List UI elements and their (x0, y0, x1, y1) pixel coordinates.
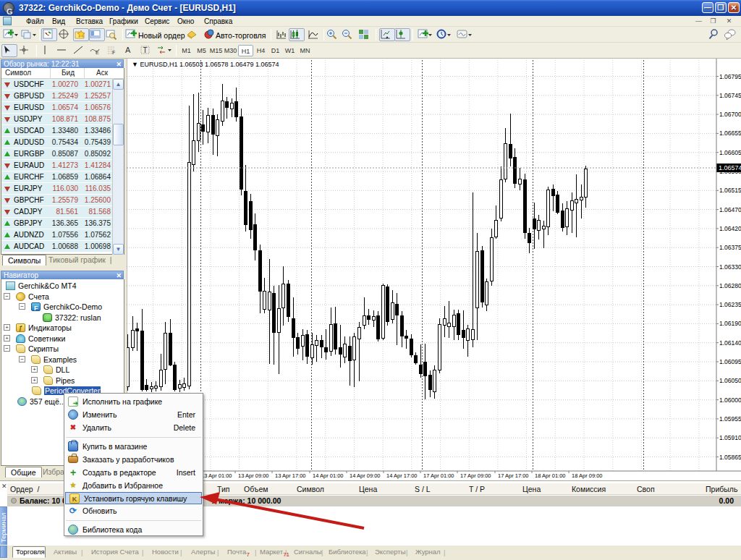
svg-text:1.06050: 1.06050 (719, 377, 741, 384)
svg-text:1.06470: 1.06470 (719, 206, 741, 213)
svg-text:A: A (125, 46, 131, 54)
svg-text:1.06375: 1.06375 (719, 244, 741, 251)
svg-text:1.06795: 1.06795 (719, 73, 741, 80)
svg-text:1.06700: 1.06700 (719, 111, 741, 118)
svg-text:1.06515: 1.06515 (719, 187, 741, 194)
svg-text:13 Apr 09:00: 13 Apr 09:00 (238, 472, 269, 479)
svg-text:1.06235: 1.06235 (719, 301, 741, 308)
svg-text:1.06420: 1.06420 (719, 225, 741, 232)
svg-text:1.06574: 1.06574 (719, 164, 741, 171)
svg-text:1.06280: 1.06280 (719, 282, 741, 289)
svg-text:17 Apr 09:00: 17 Apr 09:00 (460, 472, 491, 479)
svg-text:1.06745: 1.06745 (719, 92, 741, 99)
svg-text:17 Apr 17:00: 17 Apr 17:00 (498, 472, 529, 479)
svg-text:17 Apr 01:00: 17 Apr 01:00 (423, 472, 454, 479)
svg-text:1.05910: 1.05910 (719, 434, 741, 441)
svg-text:13 Apr 17:00: 13 Apr 17:00 (275, 472, 306, 479)
svg-text:14 Apr 01:00: 14 Apr 01:00 (313, 472, 344, 479)
svg-text:1.06330: 1.06330 (719, 263, 741, 271)
svg-text:▼ EURUSD,H1 1.06503 1.06578 1: ▼ EURUSD,H1 1.06503 1.06578 1.06479 1.06… (132, 61, 279, 68)
svg-text:14 Apr 17:00: 14 Apr 17:00 (386, 472, 418, 479)
svg-text:1.06000: 1.06000 (719, 396, 741, 404)
svg-text:1.06605: 1.06605 (719, 149, 741, 156)
svg-text:1.06095: 1.06095 (719, 358, 741, 365)
svg-text:1.05955: 1.05955 (719, 415, 741, 423)
svg-text:18 Apr 01:00: 18 Apr 01:00 (535, 472, 566, 479)
svg-text:F: F (112, 50, 115, 55)
svg-text:14 Apr 09:00: 14 Apr 09:00 (350, 472, 381, 479)
svg-text:18 Apr 09:00: 18 Apr 09:00 (572, 472, 603, 479)
svg-text:1.06140: 1.06140 (719, 339, 741, 347)
svg-text:1.06655: 1.06655 (719, 130, 741, 137)
svg-text:T: T (143, 46, 148, 54)
svg-text:13 Apr 01:00: 13 Apr 01:00 (201, 472, 232, 479)
svg-text:1.05865: 1.05865 (719, 454, 741, 461)
svg-text:1.06190: 1.06190 (719, 320, 741, 327)
svg-text:E: E (96, 50, 99, 55)
